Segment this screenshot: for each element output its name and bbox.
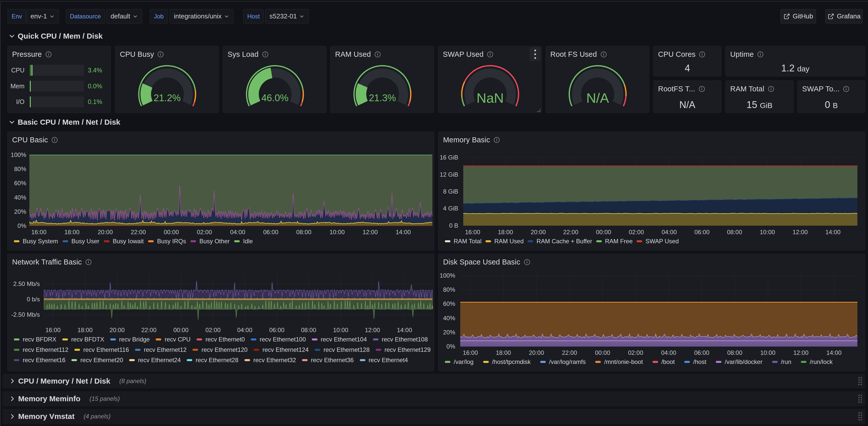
svg-text:N/A: N/A — [586, 90, 609, 105]
svg-text:21.3%: 21.3% — [369, 93, 396, 103]
svg-text:46.0%: 46.0% — [261, 93, 289, 103]
svg-text:21.2%: 21.2% — [154, 93, 181, 103]
svg-text:NaN: NaN — [476, 90, 504, 105]
